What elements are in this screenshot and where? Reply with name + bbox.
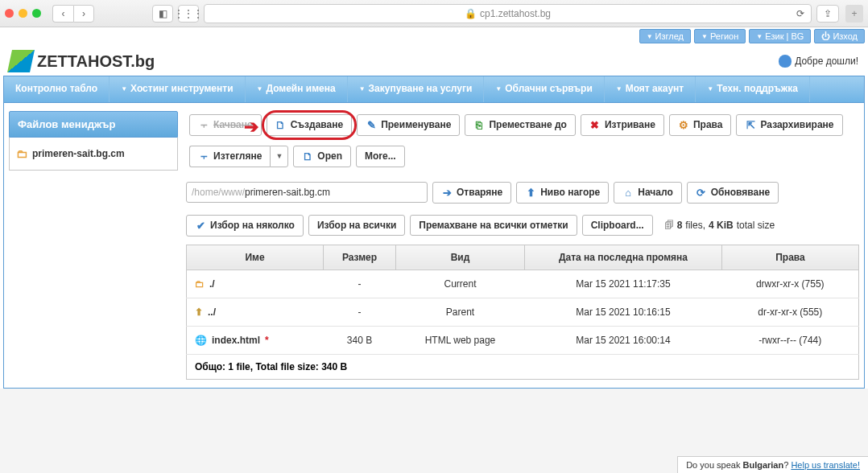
- main-nav: Контролно табло ▼Хостинг инструменти ▼До…: [3, 76, 865, 103]
- window-controls: [5, 9, 41, 18]
- browser-chrome: ‹ › ◧ ⋮⋮⋮ 🔒 cp1.zettahost.bg ⟳ ⇪ +: [0, 0, 868, 27]
- table-row[interactable]: 🗀./ - Current Mar 15 2021 11:17:35 drwxr…: [187, 269, 859, 298]
- col-type[interactable]: Вид: [396, 245, 525, 269]
- move-button[interactable]: ⎘Преместване до: [465, 114, 576, 136]
- help-translate-link[interactable]: Help us translate!: [791, 460, 860, 470]
- nav-hosting[interactable]: ▼Хостинг инструменти: [110, 76, 245, 102]
- lock-icon: 🔒: [465, 8, 477, 19]
- logout-button[interactable]: ⏻Изход: [814, 29, 865, 43]
- shield-icon[interactable]: ◧: [152, 5, 173, 23]
- path-bar: /home/www/primeren-sait.bg.cm ➔Отваряне …: [186, 182, 859, 204]
- sidebar: Файлов мениджър 🗀 primeren-sait.bg.cm: [9, 111, 178, 380]
- nav-dashboard[interactable]: Контролно табло: [4, 76, 110, 102]
- nav-cloud[interactable]: ▼Облачни сървъри: [484, 76, 604, 102]
- minimize-window[interactable]: [19, 9, 27, 18]
- logo-text: ZETTAHOST.bg: [37, 52, 155, 71]
- home-button[interactable]: ⌂Начало: [614, 182, 681, 204]
- delete-button[interactable]: ✖Изтриване: [581, 114, 664, 136]
- path-input[interactable]: /home/www/primeren-sait.bg.cm: [186, 182, 428, 203]
- translate-bar: Do you speak Bulgarian? Help us translat…: [677, 456, 868, 473]
- download-button[interactable]: ⫟Изтегляне: [189, 146, 270, 167]
- select-multiple-button[interactable]: ✔Избор на няколко: [186, 215, 304, 236]
- col-name[interactable]: Име: [187, 245, 324, 269]
- clear-selection-button[interactable]: Премахване на всички отметки: [410, 215, 577, 236]
- selection-bar: ✔Избор на няколко Избор на всички Премах…: [186, 215, 859, 236]
- main-content: ⫟Качване ➔ 🗋Създаване ✎Преименуване ⎘Пре…: [186, 111, 859, 380]
- unarchive-button[interactable]: ⇱Разархивиране: [736, 114, 842, 136]
- logo-icon: [7, 50, 35, 72]
- download-dropdown[interactable]: ▼: [270, 146, 288, 167]
- col-size[interactable]: Размер: [324, 245, 396, 269]
- welcome-message: Добре дошли!: [779, 55, 858, 68]
- clipboard-button[interactable]: Clipboard...: [582, 215, 653, 236]
- apps-icon[interactable]: ⋮⋮⋮: [178, 5, 199, 23]
- files-summary: 🗐 8files, 4 KiBtotal size: [664, 220, 775, 231]
- rename-button[interactable]: ✎Преименуване: [357, 114, 460, 136]
- share-button[interactable]: ⇪: [816, 5, 839, 23]
- back-button[interactable]: ‹: [52, 5, 73, 23]
- reload-icon[interactable]: ⟳: [796, 8, 804, 19]
- table-row[interactable]: ⬆../ - Parent Mar 15 2021 10:16:15 dr-xr…: [187, 298, 859, 326]
- region-menu[interactable]: ▼Регион: [694, 29, 746, 43]
- permissions-button[interactable]: ⚙Права: [669, 114, 732, 136]
- avatar-icon: [779, 55, 792, 68]
- file-table: Име Размер Вид Дата на последна промяна …: [186, 245, 859, 355]
- col-date[interactable]: Дата на последна промяна: [525, 245, 722, 269]
- refresh-button[interactable]: ⟳Обновяване: [687, 182, 779, 204]
- maximize-window[interactable]: [32, 9, 41, 18]
- lang-menu[interactable]: ▼Език | BG: [749, 29, 811, 43]
- forward-button[interactable]: ›: [73, 5, 94, 23]
- path-open-button[interactable]: ➔Отваряне: [432, 182, 511, 204]
- address-bar[interactable]: 🔒 cp1.zettahost.bg ⟳: [204, 4, 812, 23]
- close-window[interactable]: [5, 9, 14, 18]
- nav-buy[interactable]: ▼Закупуване на услуги: [348, 76, 485, 102]
- view-menu[interactable]: ▼Изглед: [639, 29, 691, 43]
- utility-bar: ▼Изглед ▼Регион ▼Език | BG ⏻Изход: [0, 27, 868, 45]
- sidebar-domain-item[interactable]: 🗀 primeren-sait.bg.cm: [16, 147, 171, 160]
- stack-icon: 🗐: [664, 220, 674, 231]
- level-up-button[interactable]: ⬆Ниво нагоре: [516, 182, 609, 204]
- table-header-row: Име Размер Вид Дата на последна промяна …: [187, 245, 859, 269]
- url-text: cp1.zettahost.bg: [480, 8, 551, 19]
- folder-icon: 🗀: [195, 278, 205, 290]
- file-toolbar: ⫟Качване ➔ 🗋Създаване ✎Преименуване ⎘Пре…: [186, 111, 859, 171]
- select-all-button[interactable]: Избор на всички: [308, 215, 405, 236]
- more-button[interactable]: More...: [356, 146, 405, 167]
- file-icon: 🌐: [195, 335, 207, 346]
- col-perms[interactable]: Права: [722, 245, 859, 269]
- logo[interactable]: ZETTAHOST.bg: [10, 50, 155, 72]
- folder-icon: 🗀: [16, 147, 27, 160]
- new-tab-button[interactable]: +: [845, 5, 863, 23]
- sidebar-title: Файлов мениджър: [9, 111, 178, 138]
- nav-account[interactable]: ▼Моят акаунт: [605, 76, 696, 102]
- upload-button[interactable]: ⫟Качване: [189, 114, 262, 136]
- table-row[interactable]: 🌐index.html* 340 B HTML web page Mar 15 …: [187, 326, 859, 354]
- nav-support[interactable]: ▼Техн. поддръжка: [696, 76, 810, 102]
- create-button[interactable]: 🗋Създаване: [267, 114, 352, 136]
- nav-domains[interactable]: ▼Домейн имена: [246, 76, 348, 102]
- table-footer: Общо: 1 file, Total file size: 340 B: [186, 355, 859, 380]
- open-button[interactable]: 🗋Open: [293, 146, 351, 167]
- folder-up-icon: ⬆: [195, 306, 203, 318]
